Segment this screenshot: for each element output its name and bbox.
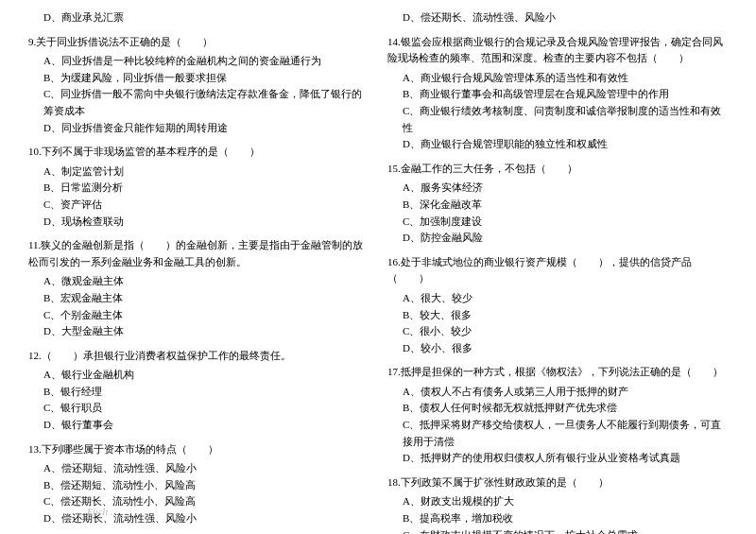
q14-option-b: B、商业银行董事会和高级管理层在合规风险管理中的作用 bbox=[387, 86, 728, 103]
q11-text: 11.狭义的金融创新是指（ ）的金融创新，主要是指由于金融管制的放松而引发的一系… bbox=[28, 237, 369, 270]
q17-option-d: D、抵押财产的使用权归债权人所有银行业从业资格考试真题 bbox=[387, 450, 728, 467]
q13-option-b: B、偿还期短、流动性小、风险高 bbox=[28, 477, 369, 494]
q9-option-d: D、同业拆借资金只能作短期的周转用途 bbox=[28, 120, 369, 137]
q11-option-a: A、微观金融主体 bbox=[28, 273, 369, 290]
q13-text: 13.下列哪些属于资本市场的特点（ ） bbox=[28, 441, 369, 458]
q15-text: 15.金融工作的三大任务，不包括（ ） bbox=[387, 161, 728, 178]
option-text: D、商业承兑汇票 bbox=[28, 9, 369, 26]
q9-option-c: C、同业拆借一般不需向中央银行缴纳法定存款准备金，降低了银行的筹资成本 bbox=[28, 86, 369, 119]
left-column: D、商业承兑汇票 9.关于同业拆借说法不正确的是（ ） A、同业拆借是一种比较纯… bbox=[28, 9, 369, 534]
q14-option-d: D、商业银行合规管理职能的独立性和权威性 bbox=[387, 136, 728, 153]
q15-option-d: D、防控金融风险 bbox=[387, 230, 728, 247]
watermark: ElicIt . bbox=[87, 507, 112, 517]
q11-option-d: D、大型金融主体 bbox=[28, 323, 369, 340]
q10-text: 10.下列不属于非现场监管的基本程序的是（ ） bbox=[28, 144, 369, 161]
q10-option-d: D、现场检查联动 bbox=[28, 214, 369, 231]
question-18: 18.下列政策不属于扩张性财政政策的是（ ） A、财政支出规模的扩大 B、提高税… bbox=[387, 474, 728, 534]
q17-option-b: B、债权人任何时候都无权就抵押财产优先求偿 bbox=[387, 400, 728, 417]
q12-option-a: A、银行业金融机构 bbox=[28, 367, 369, 384]
question-11: 11.狭义的金融创新是指（ ）的金融创新，主要是指由于金融管制的放松而引发的一系… bbox=[28, 237, 369, 340]
q18-option-c: C、在财政支出规模不变的情况下，扩大社会总需求 bbox=[387, 527, 728, 534]
q16-option-a: A、很大、较少 bbox=[387, 290, 728, 307]
option-d-right: D、偿还期长、流动性强、风险小 bbox=[387, 9, 728, 26]
q9-option-b: B、为缓建风险，同业拆借一般要求担保 bbox=[28, 70, 369, 87]
option-d-right-text: D、偿还期长、流动性强、风险小 bbox=[387, 9, 728, 26]
q9-text: 9.关于同业拆借说法不正确的是（ ） bbox=[28, 34, 369, 51]
q10-option-a: A、制定监管计划 bbox=[28, 164, 369, 181]
q16-option-c: C、很小、较少 bbox=[387, 323, 728, 340]
q11-option-c: C、个别金融主体 bbox=[28, 307, 369, 324]
q12-text: 12.（ ）承担银行业消费者权益保护工作的最终责任。 bbox=[28, 348, 369, 365]
q10-option-b: B、日常监测分析 bbox=[28, 180, 369, 197]
q15-option-c: C、加强制度建设 bbox=[387, 214, 728, 231]
q9-option-a: A、同业拆借是一种比较纯粹的金融机构之间的资金融通行为 bbox=[28, 53, 369, 70]
q15-option-b: B、深化金融改革 bbox=[387, 197, 728, 214]
q14-option-c: C、商业银行绩效考核制度、问责制度和诚信举报制度的适当性和有效性 bbox=[387, 103, 728, 136]
q14-option-a: A、商业银行合规风险管理体系的适当性和有效性 bbox=[387, 70, 728, 87]
right-column: D、偿还期长、流动性强、风险小 14.银监会应根据商业银行的合规记录及合规风险管… bbox=[387, 9, 728, 534]
q13-option-c: C、偿还期长、流动性小、风险高 bbox=[28, 493, 369, 510]
q14-text: 14.银监会应根据商业银行的合规记录及合规风险管理评报告，确定合同风险现场检查的… bbox=[387, 34, 728, 67]
q12-option-b: B、银行经理 bbox=[28, 384, 369, 401]
option-d-承兑: D、商业承兑汇票 bbox=[28, 9, 369, 26]
two-column-layout: D、商业承兑汇票 9.关于同业拆借说法不正确的是（ ） A、同业拆借是一种比较纯… bbox=[28, 9, 728, 534]
q12-option-c: C、银行职员 bbox=[28, 400, 369, 417]
q13-option-a: A、偿还期短、流动性强、风险小 bbox=[28, 460, 369, 477]
question-9: 9.关于同业拆借说法不正确的是（ ） A、同业拆借是一种比较纯粹的金融机构之间的… bbox=[28, 34, 369, 137]
q16-option-b: B、较大、很多 bbox=[387, 307, 728, 324]
q17-option-c: C、抵押采将财产移交给债权人，一旦债务人不能履行到期债务，可直接用于清偿 bbox=[387, 417, 728, 450]
q17-option-a: A、债权人不占有债务人或第三人用于抵押的财产 bbox=[387, 384, 728, 401]
q11-option-b: B、宏观金融主体 bbox=[28, 290, 369, 307]
question-15: 15.金融工作的三大任务，不包括（ ） A、服务实体经济 B、深化金融改革 C、… bbox=[387, 161, 728, 247]
page-container: D、商业承兑汇票 9.关于同业拆借说法不正确的是（ ） A、同业拆借是一种比较纯… bbox=[28, 9, 728, 534]
q12-option-d: D、银行董事会 bbox=[28, 417, 369, 434]
question-17: 17.抵押是担保的一种方式，根据《物权法》，下列说法正确的是（ ） A、债权人不… bbox=[387, 364, 728, 467]
q18-option-a: A、财政支出规模的扩大 bbox=[387, 493, 728, 510]
q15-option-a: A、服务实体经济 bbox=[387, 180, 728, 197]
question-14: 14.银监会应根据商业银行的合规记录及合规风险管理评报告，确定合同风险现场检查的… bbox=[387, 34, 728, 153]
q17-text: 17.抵押是担保的一种方式，根据《物权法》，下列说法正确的是（ ） bbox=[387, 364, 728, 381]
q13-option-d: D、偿还期长、流动性强、风险小 bbox=[28, 510, 369, 527]
q18-option-b: B、提高税率，增加税收 bbox=[387, 510, 728, 527]
q16-option-d: D、较小、很多 bbox=[387, 340, 728, 357]
q10-option-c: C、资产评估 bbox=[28, 197, 369, 214]
question-12: 12.（ ）承担银行业消费者权益保护工作的最终责任。 A、银行业金融机构 B、银… bbox=[28, 348, 369, 434]
question-13: 13.下列哪些属于资本市场的特点（ ） A、偿还期短、流动性强、风险小 B、偿还… bbox=[28, 441, 369, 527]
question-16: 16.处于非城式地位的商业银行资产规模（ ），提供的信贷产品（ ） A、很大、较… bbox=[387, 254, 728, 357]
question-10: 10.下列不属于非现场监管的基本程序的是（ ） A、制定监管计划 B、日常监测分… bbox=[28, 144, 369, 230]
q16-text: 16.处于非城式地位的商业银行资产规模（ ），提供的信贷产品（ ） bbox=[387, 254, 728, 287]
q18-text: 18.下列政策不属于扩张性财政政策的是（ ） bbox=[387, 474, 728, 491]
